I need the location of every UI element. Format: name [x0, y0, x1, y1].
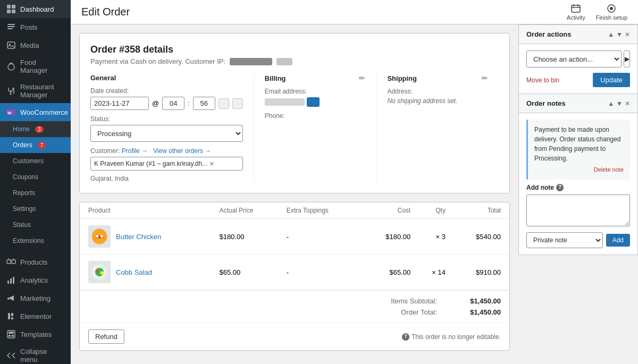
order-details-card: Order #358 details Payment via Cash on d…: [79, 33, 510, 193]
order-total-row: Order Total: $1,450.00: [363, 308, 501, 316]
svg-rect-1: [12, 5, 15, 9]
product-link-1[interactable]: Butter Chicken: [116, 233, 161, 241]
svg-point-9: [8, 64, 14, 70]
sidebar-item-food-manager[interactable]: Food Manager: [0, 54, 71, 79]
sidebar-item-elementor[interactable]: Elementor: [0, 307, 71, 325]
sidebar-item-templates[interactable]: Templates: [0, 325, 71, 343]
sidebar: Dashboard Posts Media Food Manager Resta…: [0, 0, 71, 364]
order-subtitle: Payment via Cash on delivery. Customer I…: [90, 57, 499, 65]
sidebar-item-posts[interactable]: Posts: [0, 18, 71, 36]
sidebar-label-media: Media: [20, 41, 39, 49]
orders-badge: 7: [38, 142, 46, 149]
main-content: Order #358 details Payment via Cash on d…: [71, 24, 638, 364]
sidebar-label-products: Products: [20, 258, 47, 266]
payment-note-text: Payment via Cash on delivery. Customer I…: [90, 57, 225, 65]
shipping-edit-icon[interactable]: ✏: [482, 74, 488, 82]
customer-location: Gujarat, India: [90, 175, 243, 182]
sidebar-item-coupons[interactable]: Coupons: [0, 169, 71, 185]
sidebar-item-reports[interactable]: Reports: [0, 185, 71, 201]
sidebar-item-customers[interactable]: Customers: [0, 153, 71, 169]
sidebar-label-elementor: Elementor: [20, 312, 52, 320]
date-input[interactable]: [90, 97, 149, 110]
cost-1: $180.00: [362, 219, 415, 255]
svg-rect-22: [7, 298, 9, 300]
shipping-section-header: Shipping ✏: [387, 74, 488, 82]
time-minute-input[interactable]: [193, 97, 215, 110]
refund-button[interactable]: Refund: [88, 329, 124, 344]
items-subtotal-row: Items Subtotal: $1,450.00: [363, 297, 501, 305]
sidebar-item-marketing[interactable]: Marketing: [0, 289, 71, 307]
sidebar-label-dashboard: Dashboard: [20, 5, 54, 13]
analytics-icon: [6, 275, 16, 285]
add-note-button[interactable]: Add: [606, 234, 630, 247]
sidebar-item-extensions[interactable]: Extensions: [0, 233, 71, 249]
apply-action-button[interactable]: ▶: [624, 50, 630, 67]
qty-1: × 3: [415, 219, 450, 255]
sidebar-item-media[interactable]: Media: [0, 36, 71, 54]
sidebar-item-orders[interactable]: Orders 7: [0, 137, 71, 153]
svg-rect-7: [7, 42, 15, 48]
finish-setup-button[interactable]: Finish setup: [596, 4, 627, 21]
move-to-bin-link[interactable]: Move to bin: [526, 77, 559, 84]
update-button[interactable]: Update: [593, 73, 630, 87]
sidebar-item-products[interactable]: Products: [0, 253, 71, 271]
view-other-orders-link[interactable]: View other orders →: [153, 147, 211, 155]
product-thumb-2: [88, 261, 111, 283]
notes-chevron-up-icon[interactable]: ▲: [608, 100, 614, 107]
qty-2: × 14: [415, 255, 450, 290]
sidebar-item-woocommerce[interactable]: W WooCommerce ▾: [0, 103, 71, 121]
action-select[interactable]: Choose an action... Email invoice Regene…: [526, 50, 622, 67]
svg-text:W: W: [7, 111, 12, 115]
add-note-help-icon[interactable]: ?: [556, 184, 564, 191]
activity-button[interactable]: Activity: [567, 4, 585, 21]
customer-select: K Praveen Kumar (#1 – gam.krinay.dh... ×: [90, 157, 243, 171]
order-actions-header: Order actions ▲ ▼ ✕: [519, 25, 637, 44]
page-title: Edit Order: [81, 6, 130, 18]
order-actions-panel: Order actions ▲ ▼ ✕ Choose an action... …: [518, 24, 638, 94]
notes-close-icon[interactable]: ✕: [625, 100, 630, 107]
items-subtotal-value: $1,450.00: [458, 297, 501, 305]
time-hour-input[interactable]: [162, 97, 184, 110]
order-total-value: $1,450.00: [458, 308, 501, 316]
not-editable-notice: ? This order is no longer editable.: [402, 333, 501, 341]
svg-rect-5: [7, 26, 15, 27]
sidebar-item-settings[interactable]: Settings: [0, 201, 71, 217]
order-grid: General Date created: @ : Status:: [90, 74, 499, 182]
product-link-2[interactable]: Cobb Salad: [116, 268, 152, 276]
note-type-select[interactable]: Private note Note to customer: [526, 232, 603, 248]
order-actions-title: Order actions: [526, 30, 572, 38]
woo-icon: W: [6, 107, 16, 117]
chevron-down-icon[interactable]: ▼: [616, 31, 623, 38]
billing-edit-icon[interactable]: ✏: [359, 74, 365, 82]
activity-label: Activity: [567, 14, 585, 21]
delete-note-link[interactable]: Delete note: [534, 165, 624, 174]
chevron-up-icon[interactable]: ▲: [608, 31, 614, 38]
sidebar-item-restaurant-manager[interactable]: Restaurant Manager: [0, 79, 71, 103]
general-section-header: General: [90, 74, 243, 82]
marketing-icon: [6, 293, 16, 303]
notes-chevron-down-icon[interactable]: ▼: [616, 100, 623, 107]
date-created-label: Date created:: [90, 87, 243, 95]
at-separator: @: [152, 99, 159, 107]
status-select[interactable]: Processing Pending payment Completed Can…: [90, 125, 243, 142]
profile-link[interactable]: Profile →: [122, 147, 148, 155]
svg-point-32: [610, 7, 613, 10]
sidebar-item-status[interactable]: Status: [0, 217, 71, 233]
svg-rect-4: [7, 24, 15, 25]
shipping-section: Shipping ✏ Address: No shipping address …: [376, 74, 499, 182]
email-blur: [265, 98, 305, 106]
sidebar-item-dashboard[interactable]: Dashboard: [0, 0, 71, 18]
note-textarea[interactable]: [526, 194, 630, 226]
sidebar-item-home[interactable]: Home 3: [0, 121, 71, 137]
svg-rect-6: [7, 28, 13, 29]
customer-remove-icon[interactable]: ×: [209, 159, 214, 168]
close-panel-icon[interactable]: ✕: [625, 31, 630, 38]
status-select-wrap: Processing Pending payment Completed Can…: [90, 125, 243, 142]
product-name-cell-2: Cobb Salad: [88, 261, 211, 283]
customer-label: Customer: Profile → View other orders →: [90, 147, 243, 155]
center-panel: Order #358 details Payment via Cash on d…: [71, 24, 518, 364]
shipping-section-title: Shipping: [387, 74, 417, 82]
sidebar-collapse-menu[interactable]: Collapse menu: [0, 343, 71, 364]
table-row: Cobb Salad $65.00 - $65.00 × 14 $910.00: [80, 255, 509, 290]
sidebar-item-analytics[interactable]: Analytics: [0, 271, 71, 289]
